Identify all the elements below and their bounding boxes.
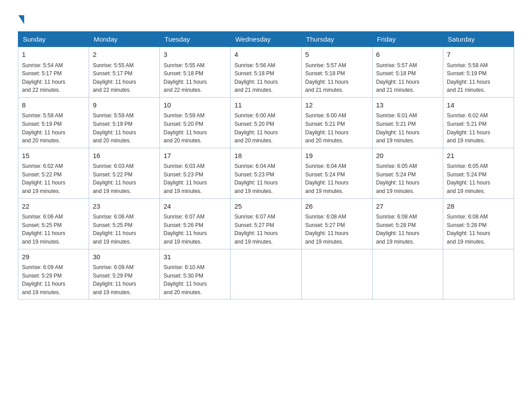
day-info: Sunrise: 5:54 AMSunset: 5:17 PMDaylight:…	[22, 61, 85, 94]
calendar-cell	[372, 249, 443, 300]
day-number: 14	[447, 100, 510, 111]
day-number: 9	[93, 100, 156, 111]
day-info: Sunrise: 5:58 AMSunset: 5:19 PMDaylight:…	[22, 111, 85, 145]
calendar-cell: 20Sunrise: 6:05 AMSunset: 5:24 PMDayligh…	[372, 148, 443, 198]
day-number: 27	[376, 201, 439, 212]
calendar-cell: 17Sunrise: 6:03 AMSunset: 5:23 PMDayligh…	[160, 148, 231, 198]
day-number: 13	[376, 100, 439, 111]
day-info: Sunrise: 5:56 AMSunset: 5:18 PMDaylight:…	[234, 61, 297, 94]
day-number: 28	[447, 201, 510, 212]
calendar-cell: 9Sunrise: 5:59 AMSunset: 5:19 PMDaylight…	[89, 97, 160, 148]
day-number: 11	[234, 100, 297, 111]
day-info: Sunrise: 5:57 AMSunset: 5:18 PMDaylight:…	[376, 61, 439, 94]
day-info: Sunrise: 6:03 AMSunset: 5:22 PMDaylight:…	[93, 162, 156, 195]
calendar-cell: 7Sunrise: 5:58 AMSunset: 5:19 PMDaylight…	[443, 47, 514, 98]
day-number: 30	[93, 252, 156, 262]
calendar-cell: 25Sunrise: 6:07 AMSunset: 5:27 PMDayligh…	[231, 198, 301, 249]
day-info: Sunrise: 6:05 AMSunset: 5:24 PMDaylight:…	[447, 162, 510, 195]
page-header	[18, 13, 514, 22]
day-info: Sunrise: 6:08 AMSunset: 5:28 PMDaylight:…	[447, 213, 510, 246]
day-number: 8	[22, 100, 85, 111]
day-info: Sunrise: 5:59 AMSunset: 5:20 PMDaylight:…	[163, 111, 227, 145]
calendar-cell: 15Sunrise: 6:02 AMSunset: 5:22 PMDayligh…	[18, 148, 89, 198]
day-number: 20	[376, 151, 439, 161]
calendar-header-monday: Monday	[89, 32, 160, 47]
calendar-header-friday: Friday	[372, 32, 443, 47]
calendar-cell: 29Sunrise: 6:09 AMSunset: 5:29 PMDayligh…	[18, 249, 89, 300]
calendar-cell: 23Sunrise: 6:06 AMSunset: 5:25 PMDayligh…	[89, 198, 160, 249]
calendar-cell	[231, 249, 301, 300]
day-number: 1	[22, 50, 85, 60]
day-number: 25	[234, 201, 297, 212]
calendar-cell: 10Sunrise: 5:59 AMSunset: 5:20 PMDayligh…	[160, 97, 231, 148]
day-info: Sunrise: 6:02 AMSunset: 5:21 PMDaylight:…	[447, 111, 510, 145]
day-info: Sunrise: 6:07 AMSunset: 5:27 PMDaylight:…	[234, 213, 297, 246]
day-number: 15	[22, 151, 85, 161]
calendar-cell: 21Sunrise: 6:05 AMSunset: 5:24 PMDayligh…	[443, 148, 514, 198]
calendar-cell: 26Sunrise: 6:08 AMSunset: 5:27 PMDayligh…	[301, 198, 372, 249]
calendar-header-saturday: Saturday	[443, 32, 514, 47]
day-number: 19	[305, 151, 369, 161]
calendar-cell: 12Sunrise: 6:00 AMSunset: 5:21 PMDayligh…	[301, 97, 372, 148]
day-info: Sunrise: 6:04 AMSunset: 5:24 PMDaylight:…	[305, 162, 369, 195]
day-info: Sunrise: 6:02 AMSunset: 5:22 PMDaylight:…	[22, 162, 85, 195]
day-number: 17	[163, 151, 227, 161]
day-number: 2	[93, 50, 156, 60]
calendar-week-row: 29Sunrise: 6:09 AMSunset: 5:29 PMDayligh…	[18, 249, 514, 300]
calendar-cell: 30Sunrise: 6:09 AMSunset: 5:29 PMDayligh…	[89, 249, 160, 300]
day-info: Sunrise: 6:09 AMSunset: 5:29 PMDaylight:…	[93, 263, 156, 296]
logo	[18, 13, 24, 22]
calendar-cell: 18Sunrise: 6:04 AMSunset: 5:23 PMDayligh…	[231, 148, 301, 198]
day-info: Sunrise: 5:59 AMSunset: 5:19 PMDaylight:…	[93, 111, 156, 145]
calendar-cell	[301, 249, 372, 300]
day-number: 24	[163, 201, 227, 212]
day-info: Sunrise: 6:08 AMSunset: 5:27 PMDaylight:…	[305, 213, 369, 246]
day-info: Sunrise: 6:06 AMSunset: 5:25 PMDaylight:…	[22, 213, 85, 246]
calendar-week-row: 22Sunrise: 6:06 AMSunset: 5:25 PMDayligh…	[18, 198, 514, 249]
day-info: Sunrise: 6:07 AMSunset: 5:26 PMDaylight:…	[163, 213, 227, 246]
calendar-table: SundayMondayTuesdayWednesdayThursdayFrid…	[18, 31, 514, 300]
day-number: 5	[305, 50, 369, 60]
calendar-header-sunday: Sunday	[18, 32, 89, 47]
calendar-cell: 1Sunrise: 5:54 AMSunset: 5:17 PMDaylight…	[18, 47, 89, 98]
day-number: 3	[163, 50, 227, 60]
day-number: 10	[163, 100, 227, 111]
day-number: 18	[234, 151, 297, 161]
calendar-header-thursday: Thursday	[301, 32, 372, 47]
day-info: Sunrise: 6:00 AMSunset: 5:21 PMDaylight:…	[305, 111, 369, 145]
day-number: 23	[93, 201, 156, 212]
day-info: Sunrise: 6:03 AMSunset: 5:23 PMDaylight:…	[163, 162, 227, 195]
calendar-cell: 19Sunrise: 6:04 AMSunset: 5:24 PMDayligh…	[301, 148, 372, 198]
calendar-cell: 31Sunrise: 6:10 AMSunset: 5:30 PMDayligh…	[160, 249, 231, 300]
day-number: 21	[447, 151, 510, 161]
day-info: Sunrise: 6:06 AMSunset: 5:25 PMDaylight:…	[93, 213, 156, 246]
day-number: 22	[22, 201, 85, 212]
day-info: Sunrise: 5:55 AMSunset: 5:18 PMDaylight:…	[163, 61, 227, 94]
day-info: Sunrise: 6:04 AMSunset: 5:23 PMDaylight:…	[234, 162, 297, 195]
day-info: Sunrise: 5:58 AMSunset: 5:19 PMDaylight:…	[447, 61, 510, 94]
day-info: Sunrise: 5:57 AMSunset: 5:18 PMDaylight:…	[305, 61, 369, 94]
day-number: 4	[234, 50, 297, 60]
calendar-cell: 2Sunrise: 5:55 AMSunset: 5:17 PMDaylight…	[89, 47, 160, 98]
calendar-cell: 4Sunrise: 5:56 AMSunset: 5:18 PMDaylight…	[231, 47, 301, 98]
calendar-header-row: SundayMondayTuesdayWednesdayThursdayFrid…	[18, 32, 514, 47]
day-number: 7	[447, 50, 510, 60]
calendar-cell: 22Sunrise: 6:06 AMSunset: 5:25 PMDayligh…	[18, 198, 89, 249]
calendar-week-row: 8Sunrise: 5:58 AMSunset: 5:19 PMDaylight…	[18, 97, 514, 148]
calendar-cell: 11Sunrise: 6:00 AMSunset: 5:20 PMDayligh…	[231, 97, 301, 148]
day-info: Sunrise: 6:10 AMSunset: 5:30 PMDaylight:…	[163, 263, 227, 296]
calendar-cell: 27Sunrise: 6:08 AMSunset: 5:28 PMDayligh…	[372, 198, 443, 249]
day-number: 16	[93, 151, 156, 161]
day-info: Sunrise: 5:55 AMSunset: 5:17 PMDaylight:…	[93, 61, 156, 94]
day-info: Sunrise: 6:01 AMSunset: 5:21 PMDaylight:…	[376, 111, 439, 145]
calendar-cell: 5Sunrise: 5:57 AMSunset: 5:18 PMDaylight…	[301, 47, 372, 98]
calendar-cell	[443, 249, 514, 300]
day-number: 6	[376, 50, 439, 60]
day-number: 12	[305, 100, 369, 111]
day-info: Sunrise: 6:00 AMSunset: 5:20 PMDaylight:…	[234, 111, 297, 145]
day-info: Sunrise: 6:09 AMSunset: 5:29 PMDaylight:…	[22, 263, 85, 296]
day-number: 29	[22, 252, 85, 262]
day-info: Sunrise: 6:05 AMSunset: 5:24 PMDaylight:…	[376, 162, 439, 195]
calendar-cell: 3Sunrise: 5:55 AMSunset: 5:18 PMDaylight…	[160, 47, 231, 98]
calendar-week-row: 15Sunrise: 6:02 AMSunset: 5:22 PMDayligh…	[18, 148, 514, 198]
